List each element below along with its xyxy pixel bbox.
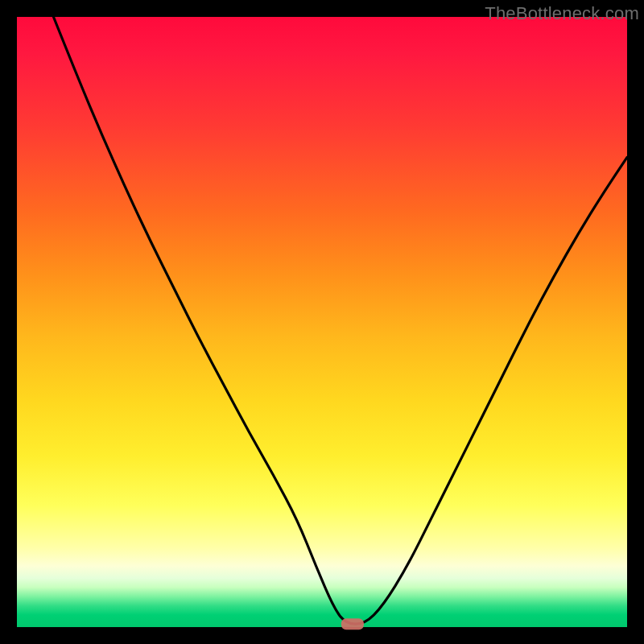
watermark-text: TheBottleneck.com bbox=[485, 3, 639, 24]
plot-area bbox=[17, 17, 627, 627]
chart-frame: TheBottleneck.com bbox=[0, 0, 644, 644]
minimum-marker bbox=[341, 618, 364, 630]
bottleneck-curve bbox=[17, 17, 627, 627]
